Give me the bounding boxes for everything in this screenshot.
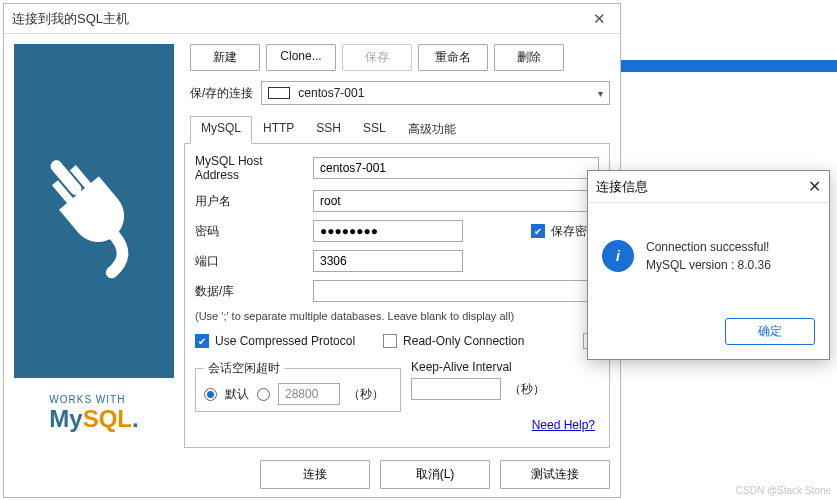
timeout-default-label: 默认	[225, 386, 249, 403]
keepalive-input[interactable]	[411, 378, 501, 400]
new-button[interactable]: 新建	[190, 44, 260, 71]
tab-http[interactable]: HTTP	[252, 116, 305, 144]
watermark: CSDN @Stack Stone	[736, 485, 831, 496]
plug-icon	[14, 119, 174, 302]
connection-dialog: 连接到我的SQL主机 ✕ WORKS WITH	[3, 3, 621, 498]
compress-label: Use Compressed Protocol	[215, 334, 355, 348]
tab-ssl[interactable]: SSL	[352, 116, 397, 144]
saved-connection-value: centos7-001	[298, 86, 364, 100]
session-timeout-group: 会话空闲超时 默认 （秒）	[195, 360, 401, 412]
window-title: 连接到我的SQL主机	[12, 10, 129, 28]
readonly-checkbox[interactable]	[383, 334, 397, 348]
password-label: 密码	[195, 223, 307, 240]
keepalive-unit: （秒）	[509, 381, 545, 398]
saved-connection-label: 保/存的连接	[190, 85, 253, 102]
popup-message-1: Connection successful!	[646, 238, 771, 256]
tab-advanced[interactable]: 高级功能	[397, 116, 467, 144]
password-input[interactable]	[313, 220, 463, 242]
timeout-custom-radio[interactable]	[257, 388, 270, 401]
header-banner	[621, 60, 837, 72]
works-with-text: WORKS WITH	[49, 394, 138, 405]
saved-connection-select[interactable]: centos7-001 ▾	[261, 81, 610, 105]
port-label: 端口	[195, 253, 307, 270]
database-hint: (Use ';' to separate multiple databases.…	[195, 310, 599, 322]
title-bar: 连接到我的SQL主机 ✕	[4, 4, 620, 34]
color-chip	[268, 87, 290, 99]
tab-ssh[interactable]: SSH	[305, 116, 352, 144]
sidebar-graphic: WORKS WITH MySQL.	[14, 44, 174, 448]
popup-close-icon[interactable]: ✕	[808, 177, 821, 196]
popup-title: 连接信息	[596, 178, 648, 196]
mysql-logo-box: WORKS WITH MySQL.	[14, 378, 174, 448]
popup-message-2: MySQL version : 8.0.36	[646, 256, 771, 274]
connection-info-dialog: 连接信息 ✕ i Connection successful! MySQL ve…	[587, 170, 830, 360]
config-pane: 新建 Clone... 保存 重命名 删除 保/存的连接 centos7-001…	[184, 44, 610, 448]
host-label: MySQL Host Address	[195, 154, 307, 182]
test-connection-button[interactable]: 测试连接	[500, 460, 610, 489]
plug-illustration	[14, 44, 174, 378]
timeout-unit: （秒）	[348, 386, 384, 403]
user-label: 用户名	[195, 193, 307, 210]
chevron-down-icon: ▾	[598, 88, 603, 99]
database-label: 数据/库	[195, 283, 307, 300]
cancel-button[interactable]: 取消(L)	[380, 460, 490, 489]
tab-mysql[interactable]: MySQL	[190, 116, 252, 144]
info-icon: i	[602, 240, 634, 272]
compress-checkbox[interactable]: ✔	[195, 334, 209, 348]
mysql-logo: MySQL.	[49, 406, 138, 432]
rename-button[interactable]: 重命名	[418, 44, 488, 71]
timeout-value-input	[278, 383, 340, 405]
need-help-link[interactable]: Need Help?	[532, 418, 595, 432]
session-timeout-legend: 会话空闲超时	[204, 360, 284, 377]
keepalive-label: Keep-Alive Interval	[411, 360, 599, 374]
readonly-label: Read-Only Connection	[403, 334, 524, 348]
connect-button[interactable]: 连接	[260, 460, 370, 489]
database-input[interactable]	[313, 280, 599, 302]
timeout-default-radio[interactable]	[204, 388, 217, 401]
host-input[interactable]	[313, 157, 599, 179]
save-password-checkbox[interactable]: ✔	[531, 224, 545, 238]
popup-ok-button[interactable]: 确定	[725, 318, 815, 345]
port-input[interactable]	[313, 250, 463, 272]
clone-button[interactable]: Clone...	[266, 44, 336, 71]
close-icon[interactable]: ✕	[587, 10, 612, 28]
save-button: 保存	[342, 44, 412, 71]
delete-button[interactable]: 删除	[494, 44, 564, 71]
user-input[interactable]	[313, 190, 599, 212]
